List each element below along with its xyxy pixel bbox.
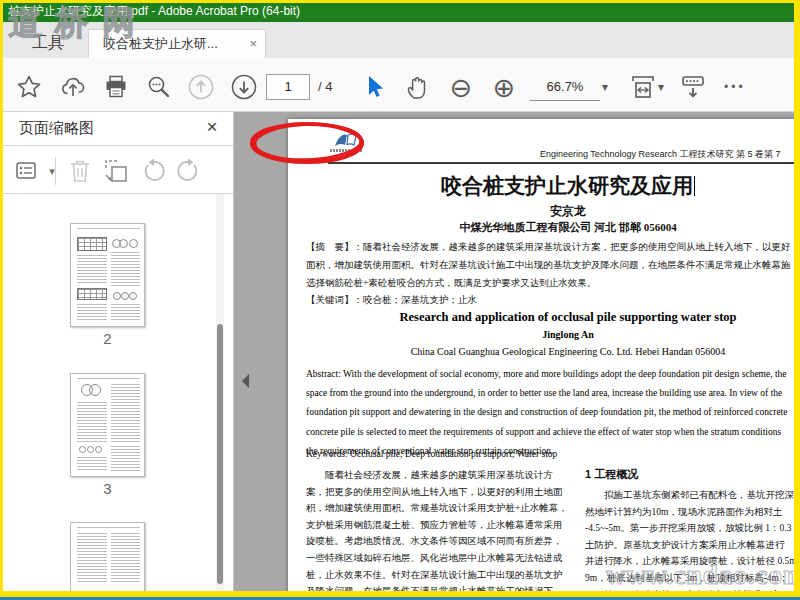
tab-tools[interactable]: 工具 (12, 28, 84, 58)
tab-document[interactable]: 咬合桩支护止水研... × (88, 29, 266, 58)
sidebar-scrollbar[interactable] (216, 194, 224, 591)
panel-title: 页面缩略图 (19, 119, 94, 138)
article-author-en: Jinglong An (288, 329, 800, 340)
print-icon[interactable] (101, 72, 131, 102)
article-title-en: Research and application of occlusal pil… (288, 310, 800, 325)
rotate-right-icon (175, 158, 201, 184)
thumbnail-page-3[interactable] (70, 373, 145, 477)
article-author: 安京龙 (288, 203, 800, 220)
more-tools-icon[interactable]: ••• (724, 72, 746, 102)
header-rule (328, 162, 800, 164)
abstract-en: Abstract: With the development of social… (306, 365, 800, 461)
text-cursor (694, 176, 695, 196)
panel-collapse-icon[interactable] (237, 368, 252, 394)
sidebar-scrollbar-thumb[interactable] (217, 324, 223, 584)
tab-bar: 工具 咬合桩支护止水研... × (0, 22, 800, 58)
thumbnail-page-4[interactable] (70, 522, 145, 591)
search-icon[interactable] (144, 72, 174, 102)
thumbnail-page-2-label: 2 (70, 330, 145, 347)
insert-pages-icon[interactable] (103, 158, 129, 184)
delete-pages-trash-icon (67, 158, 93, 184)
article-affiliation-en: China Coal Guanghua Geological Engineeri… (288, 346, 800, 357)
tab-document-label: 咬合桩支护止水研... (103, 36, 218, 51)
page-number-input[interactable]: 1 (266, 74, 310, 100)
panel-close-icon[interactable]: × (201, 116, 223, 138)
panel-divider (233, 112, 234, 591)
zoom-out-icon[interactable]: ⊖ (446, 72, 476, 102)
body-column-left: 随着社会经济发展，越来越多的建筑采用深基坑设计方 案，把更多的使用空间从地上转入… (306, 467, 580, 591)
thumbnail-page-3-label: 3 (70, 480, 145, 497)
thumbnail-options-icon[interactable] (15, 158, 41, 184)
previous-page-icon (186, 72, 216, 102)
journal-logo-caption (330, 149, 362, 152)
section-heading-1: 1 工程概况 (585, 467, 638, 482)
window-title: 桩支护止水研究及应用.pdf - Adobe Acrobat Pro (64-b… (8, 4, 300, 18)
tab-close-icon[interactable]: × (249, 30, 257, 58)
zoom-level-value[interactable]: 66.7% (530, 74, 600, 101)
journal-logo-icon (333, 131, 361, 149)
favorites-star-icon[interactable] (14, 72, 44, 102)
pdf-page-1: Engineering Technology Research 工程技术研究 第… (288, 119, 800, 591)
select-tool-cursor-icon[interactable] (360, 72, 390, 102)
main-toolbar: 1 / 4 ⊖ ⊕ 66.7% ▾ ▾ ••• (0, 58, 800, 112)
share-cloud-upload-icon[interactable] (58, 72, 88, 102)
page-thumbnails-panel: 页面缩略图 × ▾ (3, 112, 233, 591)
keywords-cn: 【关键词】：咬合桩；深基坑支护；止水 (306, 294, 477, 307)
keywords-en: Keywords: Occlusal pile; Deep foundation… (306, 449, 557, 459)
toolbar-separator (55, 157, 56, 185)
document-viewport: Engineering Technology Research 工程技术研究 第… (234, 112, 800, 591)
fit-width-icon[interactable] (628, 72, 658, 102)
next-page-icon[interactable] (229, 72, 259, 102)
panel-toolbar: ▾ (3, 147, 233, 194)
thumbnail-list: 2 3 (3, 194, 233, 591)
window-titlebar: 桩支护止水研究及应用.pdf - Adobe Acrobat Pro (64-b… (0, 0, 800, 22)
hand-tool-icon[interactable] (402, 72, 432, 102)
collapse-toolbar-icon[interactable] (678, 72, 708, 102)
panel-header: 页面缩略图 × (3, 112, 233, 146)
options-caret-icon[interactable]: ▾ (39, 158, 65, 184)
abstract-cn: 【摘 要】：随着社会经济发展，越来越多的建筑采用深基坑设计方案，把更多的使用空间… (306, 238, 800, 293)
page-count-label: / 4 (318, 74, 332, 100)
journal-header: Engineering Technology Research 工程技术研究 第… (540, 148, 780, 161)
article-title: 咬合桩支护止水研究及应用 (288, 172, 800, 200)
thumbnail-page-2[interactable] (70, 223, 145, 327)
article-affiliation: 中煤光华地质工程有限公司 河北 邯郸 056004 (288, 220, 800, 235)
zoom-dropdown-caret-icon[interactable]: ▾ (602, 74, 608, 101)
zoom-in-icon[interactable]: ⊕ (489, 72, 519, 102)
acrobat-window: 桩支护止水研究及应用.pdf - Adobe Acrobat Pro (64-b… (0, 0, 800, 600)
fit-dropdown-caret-icon[interactable]: ▾ (658, 74, 664, 101)
body-column-right: 拟施工基坑东侧紧邻已有配料仓，基坑开挖深 然地坪计算约为10m，现场水泥路面作为… (585, 487, 800, 591)
rotate-left-icon (141, 158, 167, 184)
